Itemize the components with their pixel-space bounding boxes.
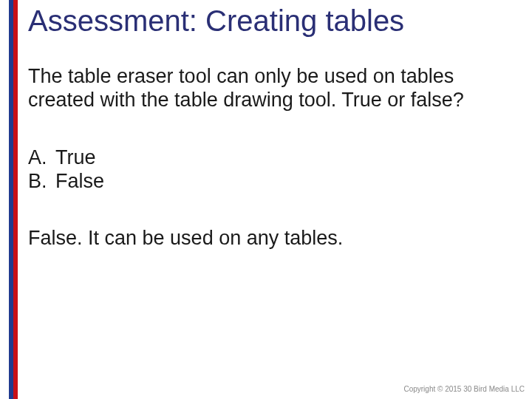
accent-red-stripe (13, 0, 18, 399)
slide-title: Assessment: Creating tables (28, 4, 517, 37)
question-text: The table eraser tool can only be used o… (28, 65, 502, 112)
option-b-text: False (55, 170, 104, 192)
answer-text: False. It can be used on any tables. (28, 227, 502, 250)
option-a: A. True (28, 146, 502, 170)
option-a-text: True (55, 146, 96, 168)
option-a-label: A. (28, 146, 47, 168)
option-b: B. False (28, 170, 502, 194)
slide-body: The table eraser tool can only be used o… (28, 65, 502, 250)
option-b-label: B. (28, 170, 47, 192)
accent-bar (9, 0, 18, 399)
copyright-footer: Copyright © 2015 30 Bird Media LLC (403, 385, 525, 393)
slide: Assessment: Creating tables The table er… (0, 0, 532, 399)
options-block: A. True B. False (28, 146, 502, 194)
